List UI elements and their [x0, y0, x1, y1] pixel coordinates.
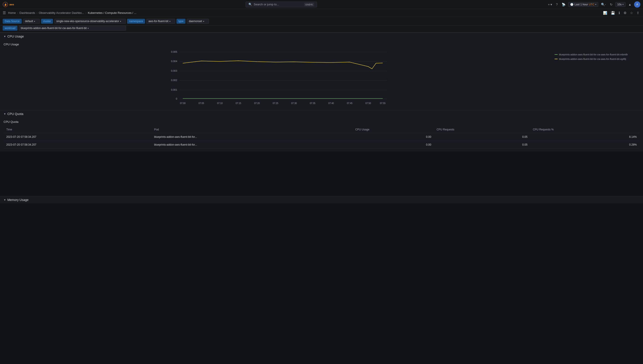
svg-text:07:45: 07:45	[347, 102, 352, 104]
refresh-button[interactable]: ↻	[608, 2, 614, 7]
cpu-quota-header-row: Time Pod CPU Usage CPU Requests CPU Requ…	[4, 126, 639, 133]
breadcrumb-actions: 📊 💾 ℹ ⚙ ☆ ⇪	[602, 10, 640, 16]
breadcrumb-dashboards[interactable]: Dashboards	[20, 11, 35, 14]
search-shortcut: cmd+k	[304, 3, 314, 6]
refresh-chevron: ▾	[622, 3, 623, 6]
breadcrumb-bar: ☰ Home › Dashboards › Observability Acce…	[0, 9, 643, 17]
row0-pod: blueprints-addon-aws-fluent-bit-for...	[152, 133, 353, 141]
type-value: daemonset	[189, 20, 202, 23]
star-button[interactable]: ☆	[629, 10, 634, 16]
yellow-line	[183, 61, 383, 69]
datasource-label: Data Source	[3, 19, 22, 24]
memory-usage-section-header[interactable]: ▼ Memory Usage	[0, 196, 643, 204]
svg-text:07:35: 07:35	[310, 102, 315, 104]
svg-text:07:50: 07:50	[365, 102, 371, 104]
type-select[interactable]: daemonset ▾	[187, 19, 209, 24]
nav-logo: aws	[3, 2, 14, 7]
nav-actions: + ▾ ? 📡 🕐 Last 1 hour UTC ▾ 🔍- ↻ 10s ▾ ▲…	[546, 1, 640, 8]
cpu-quota-table-head: Time Pod CPU Usage CPU Requests CPU Requ…	[4, 126, 639, 133]
svg-text:07:00: 07:00	[180, 102, 185, 104]
legend-item-1: blueprints-addon-aws-fluent-bit-for-cw-a…	[554, 58, 639, 60]
time-picker-chevron: ▾	[595, 3, 596, 6]
top-nav: aws 🔍 Search or jump to... cmd+k + ▾ ? 📡…	[0, 0, 643, 9]
svg-text:07:20: 07:20	[254, 102, 260, 104]
svg-text:0.005: 0.005	[171, 50, 177, 53]
aws-logo-text: aws	[10, 3, 14, 6]
refresh-interval-label: 10s	[617, 3, 621, 6]
legend-item-0: blueprints-addon-aws-fluent-bit-for-cw-a…	[554, 53, 639, 56]
clock-icon: 🕐	[570, 3, 573, 6]
save-dashboard-button[interactable]: 💾	[610, 10, 616, 16]
row0-time: 2023-07-20 07:58:34.207	[4, 133, 152, 141]
col-cpu-requests: CPU Requests	[434, 126, 530, 133]
row1-cpu-requests: 0.05	[434, 141, 530, 149]
hamburger-menu[interactable]: ☰	[3, 11, 6, 15]
cluster-select[interactable]: single-new-eks-opensource-observability-…	[54, 19, 126, 24]
datasource-chevron: ▾	[34, 20, 35, 22]
time-range-picker[interactable]: 🕐 Last 1 hour UTC ▾	[568, 2, 598, 7]
breadcrumb-sep-1: ›	[17, 11, 18, 14]
info-button[interactable]: ℹ	[618, 10, 621, 16]
table-row: 2023-07-20 07:58:34.207 blueprints-addon…	[4, 133, 639, 141]
share-button[interactable]: ⇪	[636, 10, 640, 16]
zoom-out-button[interactable]: 🔍-	[600, 2, 607, 7]
cpu-usage-section-header[interactable]: ▼ CPU Usage	[0, 32, 643, 40]
col-time: Time	[4, 126, 152, 133]
legend-label-1: blueprints-addon-aws-fluent-bit-for-cw-a…	[559, 58, 626, 60]
workload-value: blueprints-addon-aws-fluent-bit-for-cw-a…	[21, 26, 87, 30]
search-area: 🔍 Search or jump to... cmd+k	[18, 2, 545, 7]
datasource-value: default	[25, 20, 33, 23]
breadcrumb-home[interactable]: Home	[8, 11, 16, 14]
avatar[interactable]: A	[634, 1, 640, 8]
breadcrumb-observability[interactable]: Observability Accelerator Dashbo...	[39, 11, 84, 14]
news-button[interactable]: 📡	[560, 2, 567, 7]
filter-bar: Data Source default ▾ cluster single-new…	[0, 17, 643, 26]
memory-usage-section-title: Memory Usage	[7, 198, 29, 202]
cpu-usage-legend: blueprints-addon-aws-fluent-bit-for-cw-a…	[554, 49, 639, 108]
cpu-usage-section-title: CPU Usage	[7, 34, 24, 38]
cpu-usage-chart-area: 0.005 0.004 0.003 0.002 0.001 0 07:00 07…	[4, 49, 552, 108]
svg-text:07:10: 07:10	[217, 102, 223, 104]
workload-chevron: ▾	[88, 27, 89, 30]
svg-text:0.001: 0.001	[171, 88, 177, 91]
row1-time: 2023-07-20 07:58:34.207	[4, 141, 152, 149]
global-search[interactable]: 🔍 Search or jump to... cmd+k	[246, 2, 317, 7]
memory-collapse-icon: ▼	[4, 198, 6, 201]
refresh-interval-picker[interactable]: 10s ▾	[615, 2, 625, 7]
namespace-value: aws-for-fluent-bit	[148, 20, 168, 23]
legend-color-1	[554, 59, 558, 59]
cluster-chevron: ▾	[120, 20, 121, 22]
cpu-quota-collapse-icon: ▼	[4, 112, 6, 115]
table-row: 2023-07-20 07:58:34.207 blueprints-addon…	[4, 141, 639, 149]
cpu-quota-panel: CPU Quota Time Pod CPU Usage CPU Request…	[0, 118, 643, 152]
cpu-usage-collapse-icon: ▼	[4, 35, 6, 38]
svg-text:0.002: 0.002	[171, 79, 177, 82]
row1-cpu-usage: 0.00	[353, 141, 434, 149]
datasource-select[interactable]: default ▾	[23, 19, 40, 24]
workload-select[interactable]: blueprints-addon-aws-fluent-bit-for-cw-a…	[19, 26, 126, 30]
breadcrumb-sep-2: ›	[37, 11, 37, 14]
row0-cpu-usage: 0.00	[353, 133, 434, 141]
type-label: type	[177, 19, 186, 24]
namespace-select[interactable]: aws-for-fluent-bit ▾	[146, 19, 175, 24]
cpu-usage-chart-container: 0.005 0.004 0.003 0.002 0.001 0 07:00 07…	[4, 49, 639, 108]
collapse-button[interactable]: ▲	[627, 2, 633, 7]
cpu-quota-panel-title: CPU Quota	[4, 120, 639, 124]
help-button[interactable]: ?	[555, 2, 559, 7]
cpu-quota-section-header[interactable]: ▼ CPU Quota	[0, 110, 643, 118]
settings-button[interactable]: ⚙	[623, 10, 627, 16]
add-panel-button[interactable]: + ▾	[546, 2, 553, 7]
cpu-quota-section-title: CPU Quota	[7, 112, 24, 116]
cpu-usage-panel-title: CPU Usage	[4, 43, 639, 46]
col-cpu-usage: CPU Usage	[353, 126, 434, 133]
grafana-icon	[3, 2, 8, 7]
empty-space	[0, 152, 643, 196]
bar-chart-button[interactable]: 📊	[602, 10, 608, 16]
search-icon: 🔍	[248, 3, 252, 6]
svg-text:07:55: 07:55	[380, 102, 385, 104]
svg-text:0.003: 0.003	[171, 70, 177, 72]
cpu-usage-chart-svg: 0.005 0.004 0.003 0.002 0.001 0 07:00 07…	[4, 49, 552, 107]
legend-color-0	[554, 54, 558, 55]
col-pod: Pod	[152, 126, 353, 133]
chevron-down-icon: ▾	[550, 3, 552, 6]
